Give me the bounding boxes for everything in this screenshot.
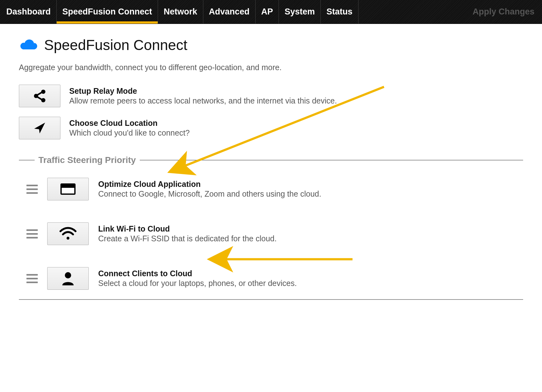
nav-advanced[interactable]: Advanced xyxy=(203,0,256,24)
nav-dashboard[interactable]: Dashboard xyxy=(0,0,57,24)
card-title: Link Wi-Fi to Cloud xyxy=(98,224,523,233)
priority-link-wifi: Link Wi-Fi to Cloud Create a Wi-Fi SSID … xyxy=(19,222,523,245)
connect-clients-button[interactable] xyxy=(47,267,89,290)
page-title-row: SpeedFusion Connect xyxy=(19,36,523,53)
drag-handle-icon[interactable] xyxy=(26,185,38,194)
svg-line-3 xyxy=(37,92,42,95)
choose-cloud-location-button[interactable] xyxy=(19,117,60,139)
svg-point-1 xyxy=(41,90,45,94)
card-choose-cloud-location: Choose Cloud Location Which cloud you'd … xyxy=(19,117,523,139)
share-icon xyxy=(32,89,47,103)
page-content: SpeedFusion Connect Aggregate your bandw… xyxy=(0,24,542,300)
nav-system[interactable]: System xyxy=(279,0,321,24)
card-title: Setup Relay Mode xyxy=(69,87,523,96)
section-title: Traffic Steering Priority xyxy=(35,155,140,165)
apply-changes-button[interactable]: Apply Changes xyxy=(465,0,542,24)
card-desc: Select a cloud for your laptops, phones,… xyxy=(98,279,523,288)
svg-point-8 xyxy=(65,272,71,278)
wifi-icon xyxy=(59,227,77,241)
section-header-traffic-steering: Traffic Steering Priority xyxy=(19,155,523,165)
card-desc: Create a Wi-Fi SSID that is dedicated fo… xyxy=(98,234,523,243)
card-desc: Connect to Google, Microsoft, Zoom and o… xyxy=(98,189,523,199)
card-title: Choose Cloud Location xyxy=(69,119,523,128)
cloud-icon xyxy=(19,37,38,53)
priority-connect-clients: Connect Clients to Cloud Select a cloud … xyxy=(19,267,523,290)
nav-speedfusion-connect[interactable]: SpeedFusion Connect xyxy=(57,0,158,24)
setup-relay-mode-button[interactable] xyxy=(19,85,60,107)
svg-line-4 xyxy=(37,97,42,100)
svg-point-2 xyxy=(41,98,45,102)
page-title: SpeedFusion Connect xyxy=(44,36,187,53)
card-desc: Which cloud you'd like to connect? xyxy=(69,128,523,137)
card-title: Optimize Cloud Application xyxy=(98,180,523,189)
card-desc: Allow remote peers to access local netwo… xyxy=(69,96,523,105)
user-icon xyxy=(61,271,75,286)
svg-point-7 xyxy=(67,237,70,240)
drag-handle-icon[interactable] xyxy=(26,274,38,283)
optimize-cloud-app-button[interactable] xyxy=(47,178,89,200)
nav-ap[interactable]: AP xyxy=(256,0,279,24)
nav-status[interactable]: Status xyxy=(321,0,359,24)
window-icon xyxy=(59,182,77,197)
card-setup-relay-mode: Setup Relay Mode Allow remote peers to a… xyxy=(19,85,523,107)
drag-handle-icon[interactable] xyxy=(26,229,38,238)
divider xyxy=(19,299,523,300)
page-subtitle: Aggregate your bandwidth, connect you to… xyxy=(19,63,523,72)
priority-optimize-cloud-app: Optimize Cloud Application Connect to Go… xyxy=(19,178,523,200)
location-arrow-icon xyxy=(32,121,47,135)
svg-rect-6 xyxy=(62,188,74,193)
link-wifi-button[interactable] xyxy=(47,222,89,245)
card-title: Connect Clients to Cloud xyxy=(98,269,523,278)
top-navbar: Dashboard SpeedFusion Connect Network Ad… xyxy=(0,0,542,24)
nav-network[interactable]: Network xyxy=(158,0,203,24)
